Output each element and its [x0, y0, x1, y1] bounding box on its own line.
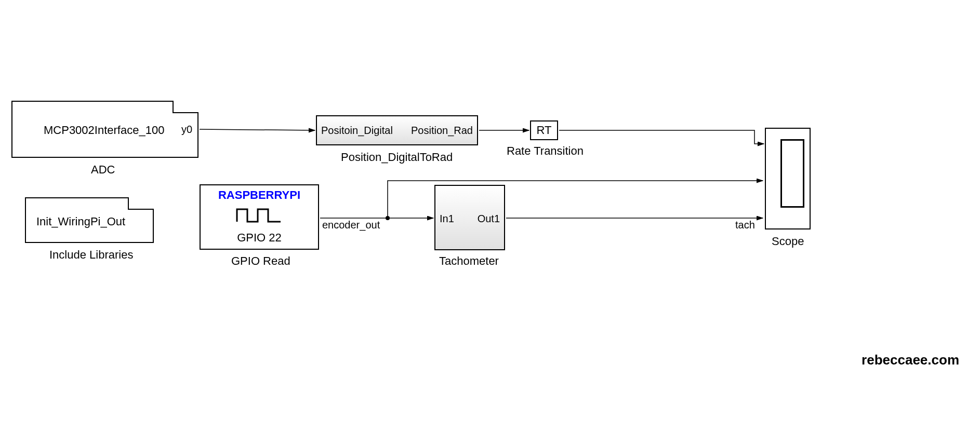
- adc-label: ADC: [91, 163, 115, 177]
- watermark: rebeccaee.com: [862, 352, 959, 368]
- d2r-port-out: Position_Rad: [411, 125, 473, 137]
- tach-port-in: In1: [440, 213, 454, 225]
- rt-inner: RT: [537, 124, 552, 137]
- gpio-label: GPIO Read: [231, 254, 290, 268]
- include-inner-text: Init_WiringPi_Out: [36, 215, 125, 228]
- tach-label: Tachometer: [439, 254, 499, 268]
- rt-label: Rate Transition: [507, 144, 584, 158]
- gpio-pin: GPIO 22: [201, 231, 318, 245]
- block-adc[interactable]: MCP3002Interface_100 y0: [11, 101, 198, 158]
- block-position-d2r[interactable]: Positoin_Digital Position_Rad: [316, 115, 478, 145]
- adc-port-y0: y0: [181, 124, 192, 136]
- adc-inner-text: MCP3002Interface_100: [44, 124, 164, 137]
- block-tachometer[interactable]: In1 Out1: [434, 185, 505, 250]
- block-include-libraries[interactable]: Init_WiringPi_Out: [25, 197, 154, 243]
- signal-encoder-out: encoder_out: [322, 219, 380, 231]
- block-scope[interactable]: [765, 128, 811, 229]
- d2r-port-in: Positoin_Digital: [321, 125, 393, 137]
- svg-line-0: [200, 129, 315, 130]
- gpio-rpi-label: RASPBERRYPI: [201, 188, 318, 202]
- include-label: Include Libraries: [49, 248, 133, 262]
- dogear-icon: [128, 197, 154, 210]
- signal-tach: tach: [735, 219, 755, 231]
- simulink-canvas: MCP3002Interface_100 y0 ADC Init_WiringP…: [0, 0, 980, 446]
- scope-screen: [780, 139, 804, 208]
- scope-label: Scope: [772, 235, 804, 248]
- dogear-icon: [173, 101, 198, 113]
- junction-dot: [386, 216, 390, 220]
- d2r-label: Position_DigitalToRad: [341, 151, 453, 164]
- pulse-icon: [201, 206, 318, 224]
- tach-port-out: Out1: [478, 213, 500, 225]
- block-rate-transition[interactable]: RT: [530, 120, 558, 140]
- block-gpio-read[interactable]: RASPBERRYPI GPIO 22: [200, 184, 319, 250]
